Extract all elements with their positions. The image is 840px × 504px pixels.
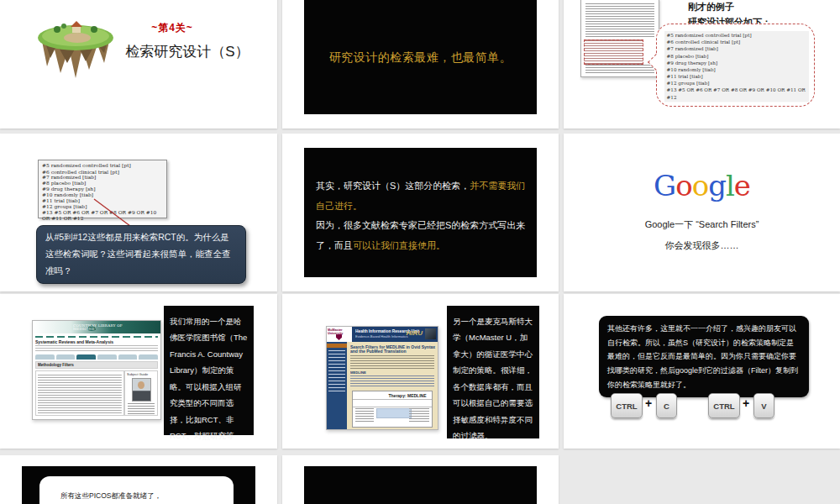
hiru-content-area: Search Filters for MEDLINE in Ovid Synta… bbox=[347, 342, 438, 429]
table-highlight-cell bbox=[376, 408, 412, 418]
librarian-portrait-photo bbox=[132, 378, 151, 402]
hiru-logo-text: HiRU bbox=[406, 329, 423, 337]
blurred-text-lines bbox=[585, 65, 654, 73]
blurred-text-lines bbox=[350, 355, 434, 369]
blurred-text-lines bbox=[585, 3, 654, 39]
blurred-text-lines bbox=[355, 408, 374, 422]
search-strategy-callout-bubble: #5 randomized controlled trial [pt] #6 c… bbox=[656, 24, 815, 107]
hiru-table-title: Therapy: MEDLINE bbox=[365, 393, 438, 398]
countway-header: COUNTWAY LIBRARY OF MEDICINE bbox=[33, 321, 160, 333]
hiru-sidebar bbox=[327, 342, 347, 429]
countway-page-heading: Systematic Reviews and Meta-Analysis bbox=[35, 339, 153, 344]
slide-thumbnail-8[interactable]: McMaster University Health Information R… bbox=[282, 294, 559, 449]
slide5-text: 其实，研究设计（S）这部分的检索，并不需要我们自己进行。 因为，很多文献检索专家… bbox=[316, 176, 528, 256]
slide-thumbnail-1[interactable]: ~第4关~ 检索研究设计（S） bbox=[0, 0, 277, 129]
slide-thumbnail-3[interactable]: 刚才的例子 研究设计部分如下： #5 randomized controlled… bbox=[564, 0, 840, 129]
slide2-black-background: 研究设计的检索最难，也最简单。 bbox=[304, 0, 537, 114]
ctrl-key-icon: CTRL bbox=[611, 393, 643, 418]
mcmaster-shield-icon bbox=[336, 334, 342, 340]
slide10-white-panel: 所有这些PICOS都准备就绪了， bbox=[39, 476, 234, 504]
mcmaster-logo-block: McMaster University bbox=[327, 327, 352, 342]
slide-thumbnail-2[interactable]: 研究设计的检索最难，也最简单。 bbox=[282, 0, 559, 129]
slide3-title-line1: 刚才的例子 bbox=[688, 1, 734, 13]
highlighted-search-lines bbox=[584, 39, 643, 65]
blurred-text-lines bbox=[409, 408, 429, 422]
table-header-row bbox=[353, 399, 432, 407]
slide-thumbnail-10[interactable]: 所有这些PICOS都准备就绪了， bbox=[0, 455, 277, 504]
slide6-caption2: 你会发现很多…… bbox=[564, 239, 840, 252]
slide-thumbnail-4[interactable]: #5 randomized controlled trial [pt] #6 c… bbox=[0, 134, 277, 291]
ctrl-key-icon: CTRL bbox=[708, 393, 740, 418]
slide9-comment-box: 其他还有许多，这里就不一一介绍了，感兴趣的朋友可以自行检索。所以，虽然S（研究设… bbox=[599, 316, 809, 397]
slide5-black-background: 其实，研究设计（S）这部分的检索，并不需要我们自己进行。 因为，很多文献检索专家… bbox=[304, 148, 537, 277]
hiru-page-heading: Search Filters for MEDLINE in Ovid Synta… bbox=[350, 344, 438, 354]
slide1-stage-tag: ~第4关~ bbox=[126, 21, 218, 35]
countway-nav-links bbox=[35, 336, 158, 338]
mcmaster-logo-text: McMaster University bbox=[328, 328, 350, 335]
countway-filter-row: Methodology Filters bbox=[35, 361, 158, 369]
countway-filters-label: Methodology Filters bbox=[38, 363, 98, 367]
hiru-sidebar-links bbox=[328, 350, 345, 394]
mcmaster-hiru-website-screenshot: McMaster University Health Information R… bbox=[326, 326, 438, 430]
countway-website-screenshot: COUNTWAY LIBRARY OF MEDICINE Systematic … bbox=[32, 320, 161, 420]
slide-thumbnail-7[interactable]: COUNTWAY LIBRARY OF MEDICINE Systematic … bbox=[0, 294, 277, 449]
plus-sign: + bbox=[743, 396, 749, 410]
countway-content-area bbox=[35, 370, 124, 416]
slide2-text: 研究设计的检索最难，也最简单。 bbox=[304, 50, 537, 66]
slide-thumbnail-9[interactable]: 其他还有许多，这里就不一一介绍了，感兴趣的朋友可以自行检索。所以，虽然S（研究设… bbox=[564, 294, 840, 449]
countway-sidebar: Subject Guide bbox=[124, 370, 158, 416]
hiru-therapy-table: Therapy: MEDLINE bbox=[352, 391, 433, 428]
hiru-header-title: Health Information Research Unit bbox=[355, 329, 436, 333]
slide-thumbnail-11[interactable]: 难道要一个个操作从头来过，太难了…… bbox=[282, 455, 559, 504]
countway-subject-guide-label: Subject Guide bbox=[127, 372, 161, 375]
google-logo: Google bbox=[564, 169, 840, 202]
hiru-header: McMaster University Health Information R… bbox=[327, 327, 438, 342]
blurred-text-lines bbox=[128, 403, 155, 415]
v-key-icon: V bbox=[753, 393, 774, 418]
slide10-text: 所有这些PICOS都准备就绪了， bbox=[60, 491, 161, 501]
slide1-title: 检索研究设计（S） bbox=[116, 42, 259, 61]
slide6-caption1: Google一下 “Search Filters” bbox=[564, 218, 840, 231]
document-page-image bbox=[580, 0, 659, 77]
slide-sorter-page: ~第4关~ 检索研究设计（S） 研究设计的检索最难，也最简单。 刚才的例子 研究… bbox=[0, 0, 840, 504]
slide11-black-background: 难道要一个个操作从头来过，太难了…… bbox=[304, 466, 537, 504]
hiru-header-image bbox=[425, 328, 436, 339]
slide4-comment-box: 从#5到#12这些都是用来检索RCT的。为什么是这些检索词呢？这些词看起来很简单… bbox=[36, 225, 246, 284]
plus-sign: + bbox=[645, 396, 652, 410]
countway-site-title: COUNTWAY LIBRARY OF MEDICINE bbox=[73, 323, 144, 331]
blurred-text-lines bbox=[350, 375, 434, 387]
countway-tab-bar bbox=[35, 354, 158, 360]
hiru-medline-label: MEDLINE bbox=[350, 370, 379, 375]
slide-thumbnail-5[interactable]: 其实，研究设计（S）这部分的检索，并不需要我们自己进行。 因为，很多文献检索专家… bbox=[282, 134, 559, 291]
search-filter-list: #5 randomized controlled trial [pt] #6 c… bbox=[664, 31, 809, 102]
slide8-comment-box: 另一个是麦克马斯特大学（McMaster U，加拿大）的循证医学中心制定的策略。… bbox=[447, 306, 539, 438]
slide7-comment-box: 我们常用的一个是哈佛医学院图书馆（The Francis A. Countway… bbox=[164, 306, 254, 435]
slide-thumbnail-6[interactable]: Google Google一下 “Search Filters” 你会发现很多…… bbox=[564, 134, 840, 291]
blurred-text-lines bbox=[35, 345, 158, 352]
floating-island-image bbox=[34, 19, 118, 80]
hiru-sidebar-active-item bbox=[327, 344, 347, 348]
c-key-icon: C bbox=[656, 393, 677, 418]
